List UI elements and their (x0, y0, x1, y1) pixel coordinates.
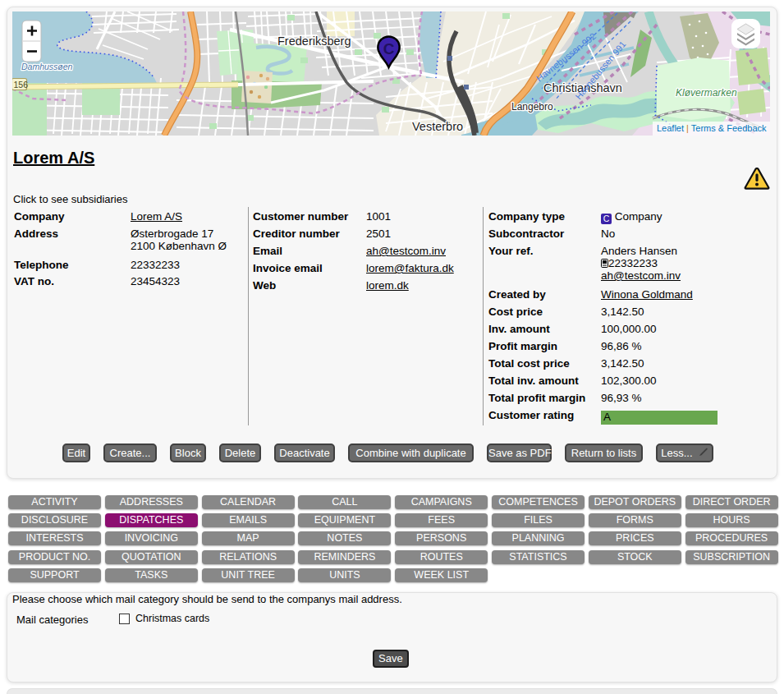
svg-text:Damhussøen: Damhussøen (21, 62, 73, 71)
svg-text:Frederiksberg: Frederiksberg (277, 34, 351, 48)
svg-text:Vesterbro: Vesterbro (412, 120, 463, 133)
svg-text:Langebro: Langebro (511, 101, 553, 113)
svg-text:Leaflet | Terms & Feedback: Leaflet | Terms & Feedback (657, 123, 767, 133)
svg-text:C: C (383, 40, 395, 57)
svg-text:Kløvermarken: Kløvermarken (676, 87, 737, 99)
svg-text:156: 156 (14, 80, 29, 90)
